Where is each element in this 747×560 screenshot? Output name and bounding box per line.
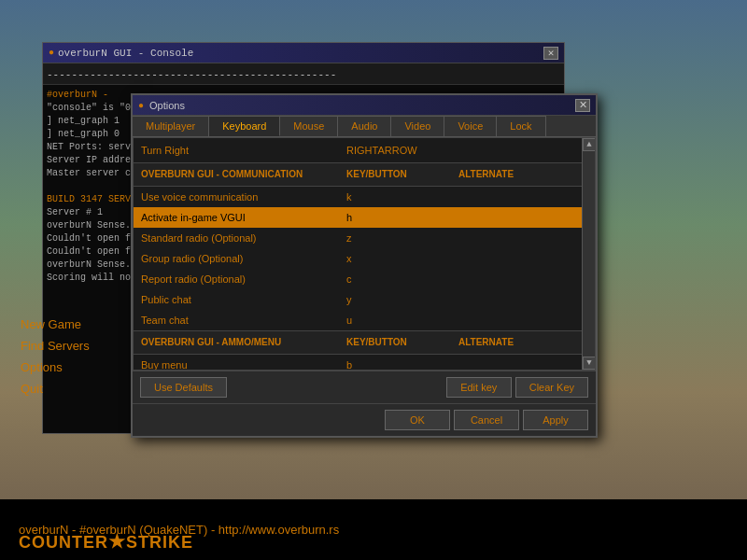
key-row-group-radio[interactable]: Group radio (Optional) x bbox=[134, 248, 582, 269]
tab-lock[interactable]: Lock bbox=[497, 116, 545, 136]
options-ok-row: OK Cancel Apply bbox=[133, 403, 596, 436]
use-defaults-button[interactable]: Use Defaults bbox=[140, 377, 227, 398]
sidebar-item-options[interactable]: Options bbox=[21, 360, 90, 374]
console-input-row bbox=[43, 63, 564, 85]
tab-audio[interactable]: Audio bbox=[338, 116, 391, 136]
apply-button[interactable]: Apply bbox=[523, 410, 588, 430]
tab-voice[interactable]: Voice bbox=[444, 116, 497, 136]
console-icon: ● bbox=[49, 48, 54, 58]
key-row-team-chat[interactable]: Team chat u bbox=[134, 310, 582, 330]
console-titlebar: ● overburN GUI - Console ✕ bbox=[43, 43, 564, 63]
sidebar-item-new-game[interactable]: New Game bbox=[21, 317, 90, 331]
clear-key-button[interactable]: Clear Key bbox=[515, 377, 588, 398]
scrollbar-up-button[interactable]: ▲ bbox=[583, 138, 596, 151]
ok-button[interactable]: OK bbox=[385, 410, 450, 430]
sidebar-item-quit[interactable]: Quit bbox=[21, 382, 90, 396]
edit-key-button[interactable]: Edit key bbox=[446, 377, 512, 398]
key-list-scrollbar[interactable]: ▲ ▼ bbox=[582, 138, 595, 370]
action-label: Turn Right bbox=[141, 142, 346, 159]
key-row-standard-radio[interactable]: Standard radio (Optional) z bbox=[134, 228, 582, 248]
options-icon: ● bbox=[138, 100, 144, 110]
options-action-bar: Use Defaults Edit key Clear Key bbox=[133, 371, 596, 403]
key-label: RIGHTARROW bbox=[346, 142, 458, 159]
section1-header: overburN GUI - COMMUNICATION KEY/BUTTON … bbox=[134, 162, 582, 187]
key-row-report-radio[interactable]: Report radio (Optional) c bbox=[134, 269, 582, 289]
console-title: ● overburN GUI - Console bbox=[49, 48, 193, 59]
options-titlebar: ● Options ✕ bbox=[133, 95, 596, 116]
cs-logo: Counter★Strike bbox=[19, 530, 193, 553]
options-dialog: ● Options ✕ Multiplayer Keyboard Mouse A… bbox=[131, 93, 598, 438]
key-list: Turn Right RIGHTARROW overburN GUI - COM… bbox=[133, 137, 596, 371]
options-title: ● Options bbox=[138, 100, 185, 111]
key-row-turn-right[interactable]: Turn Right RIGHTARROW bbox=[134, 138, 582, 162]
tab-multiplayer[interactable]: Multiplayer bbox=[133, 116, 209, 136]
alt-label bbox=[458, 142, 571, 159]
cancel-button[interactable]: Cancel bbox=[454, 410, 519, 430]
scrollbar-down-button[interactable]: ▼ bbox=[583, 357, 596, 370]
key-row-buy-menu[interactable]: Buy menu b bbox=[134, 355, 582, 371]
key-buttons: Edit key Clear Key bbox=[446, 377, 588, 398]
key-row-public-chat[interactable]: Public chat y bbox=[134, 289, 582, 310]
console-input[interactable] bbox=[47, 69, 560, 80]
key-row-voice[interactable]: Use voice communication k bbox=[134, 187, 582, 207]
options-close-button[interactable]: ✕ bbox=[575, 99, 590, 112]
tab-keyboard[interactable]: Keyboard bbox=[209, 116, 280, 136]
sidebar-item-find-servers[interactable]: Find Servers bbox=[21, 339, 90, 353]
sidebar: New Game Find Servers Options Quit bbox=[21, 317, 90, 403]
section2-header: overburN GUI - AMMO/MENU KEY/BUTTON ALTE… bbox=[134, 330, 582, 355]
bottom-bar: overburN - #overburN (QuakeNET) - http:/… bbox=[0, 499, 747, 560]
cs-logo-text: Counter★Strike bbox=[19, 533, 193, 552]
key-row-vgui[interactable]: Activate in-game VGUI h bbox=[134, 207, 582, 228]
tab-mouse[interactable]: Mouse bbox=[280, 116, 338, 136]
tabs-bar: Multiplayer Keyboard Mouse Audio Video V… bbox=[133, 116, 596, 137]
tab-video[interactable]: Video bbox=[391, 116, 444, 136]
console-close-button[interactable]: ✕ bbox=[543, 47, 558, 60]
